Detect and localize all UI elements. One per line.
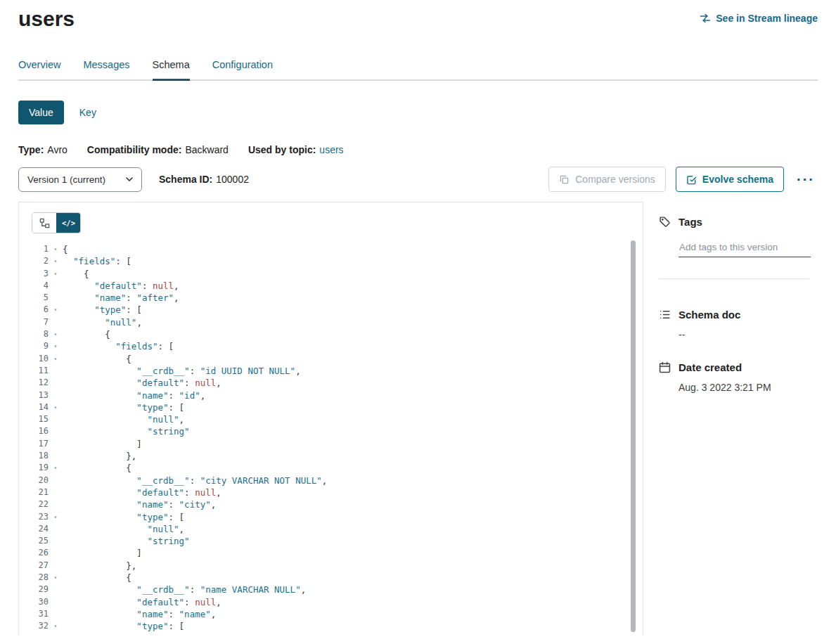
code-text: "__crdb__": "name VARCHAR NULL",: [63, 584, 306, 595]
fold-spacer: [49, 377, 63, 389]
code-text: "string": [63, 425, 190, 437]
more-actions-button[interactable]: ···: [794, 171, 818, 188]
line-number: 31: [19, 608, 49, 620]
code-line: 32▾ "type": [: [19, 620, 643, 632]
schema-page: users See in Stream lineage Overview Mes…: [0, 0, 836, 635]
fold-spacer: [49, 475, 63, 487]
line-number: 19: [19, 462, 49, 474]
line-number: 8: [19, 328, 49, 340]
code-view-icon: </>: [62, 219, 75, 227]
version-select[interactable]: Version 1 (current): [18, 167, 142, 192]
code-text: "string": [63, 535, 190, 547]
code-text: {: [63, 328, 110, 340]
tab-configuration[interactable]: Configuration: [212, 53, 273, 79]
fold-toggle-icon[interactable]: ▾: [49, 304, 63, 316]
compat-mode-value: Backward: [185, 144, 228, 155]
evolve-schema-button[interactable]: Evolve schema: [676, 167, 784, 192]
line-number: 21: [19, 487, 49, 498]
code-line: 22 "name": "city",: [19, 498, 643, 510]
fold-toggle-icon[interactable]: ▾: [49, 243, 63, 255]
fold-spacer: [49, 292, 63, 304]
compare-versions-button[interactable]: Compare versions: [548, 167, 666, 192]
stream-lineage-label: See in Stream lineage: [716, 13, 818, 24]
code-line: 31 "name": "name",: [19, 608, 643, 620]
fold-toggle-icon[interactable]: ▾: [49, 401, 63, 413]
code-line: 19▾ {: [19, 462, 643, 474]
code-text: "null",: [63, 523, 184, 535]
fold-toggle-icon[interactable]: ▾: [49, 462, 63, 474]
schema-code-viewer[interactable]: 1▾{2▾ "fields": [3▾ {4 "default": null,5…: [19, 243, 643, 633]
code-text: },: [63, 560, 136, 572]
value-toggle-button[interactable]: Value: [18, 101, 64, 124]
code-line: 18 },: [19, 450, 643, 462]
stream-lineage-link[interactable]: See in Stream lineage: [700, 13, 818, 24]
code-line: 3▾ {: [19, 268, 643, 280]
fold-spacer: [49, 438, 63, 450]
code-text: "type": [: [63, 304, 142, 316]
fold-spacer: [49, 523, 63, 535]
code-line: 9▾ "fields": [: [19, 340, 643, 352]
code-line: 28▾ {: [19, 572, 643, 584]
code-text: },: [63, 450, 136, 462]
code-line: 30 "default": null,: [19, 596, 643, 608]
line-number: 32: [19, 620, 49, 632]
tree-view-button[interactable]: [32, 213, 56, 233]
line-number: 27: [19, 560, 49, 572]
line-number: 18: [19, 450, 49, 462]
evolve-schema-label: Evolve schema: [702, 174, 773, 185]
doc-list-icon: [659, 309, 671, 321]
code-line: 27 },: [19, 560, 643, 572]
calendar-icon: [659, 361, 671, 373]
code-line: 13 "name": "id",: [19, 389, 643, 401]
code-line: 11 "__crdb__": "id UUID NOT NULL",: [19, 365, 643, 377]
tab-messages[interactable]: Messages: [83, 53, 129, 79]
line-number: 14: [19, 401, 49, 413]
fold-toggle-icon[interactable]: ▾: [49, 511, 63, 523]
code-line: 6▾ "type": [: [19, 304, 643, 316]
fold-toggle-icon[interactable]: ▾: [49, 255, 63, 267]
schema-editor-panel: </> 1▾{2▾ "fields": [3▾ {4 "default": nu…: [18, 202, 643, 635]
code-text: "type": [: [63, 401, 184, 413]
fold-toggle-icon[interactable]: ▾: [49, 340, 63, 352]
code-text: "type": [: [63, 620, 184, 632]
fold-toggle-icon[interactable]: ▾: [49, 268, 63, 280]
fold-toggle-icon[interactable]: ▾: [49, 620, 63, 632]
sidebar-divider: [659, 278, 809, 279]
fold-spacer: [49, 498, 63, 510]
schema-id: Schema ID:100002: [159, 174, 249, 185]
code-text: "default": null,: [63, 377, 221, 389]
code-text: "null",: [63, 316, 142, 328]
code-text: {: [63, 243, 68, 255]
tags-section: Tags: [659, 216, 818, 279]
code-line: 16 "string": [19, 425, 643, 437]
tab-overview[interactable]: Overview: [18, 53, 60, 79]
fold-spacer: [49, 389, 63, 401]
fold-spacer: [49, 280, 63, 292]
line-number: 7: [19, 316, 49, 328]
schema-main: </> 1▾{2▾ "fields": [3▾ {4 "default": nu…: [18, 202, 818, 635]
page-header: users See in Stream lineage: [18, 0, 818, 31]
code-text: "default": null,: [63, 487, 221, 498]
line-number: 23: [19, 511, 49, 523]
code-line: 1▾{: [19, 243, 643, 255]
fold-spacer: [49, 584, 63, 595]
fold-toggle-icon[interactable]: ▾: [49, 353, 63, 365]
line-number: 5: [19, 292, 49, 304]
editor-scrollbar-thumb[interactable]: [631, 240, 636, 632]
fold-spacer: [49, 365, 63, 377]
tab-schema[interactable]: Schema: [153, 53, 190, 79]
schema-type-value: Avro: [47, 144, 67, 155]
fold-toggle-icon[interactable]: ▾: [49, 328, 63, 340]
code-text: {: [63, 462, 131, 474]
key-toggle-button[interactable]: Key: [78, 101, 98, 124]
fold-spacer: [49, 316, 63, 328]
fold-spacer: [49, 413, 63, 425]
code-view-button[interactable]: </>: [56, 213, 80, 233]
code-line: 4 "default": null,: [19, 280, 643, 292]
fold-toggle-icon[interactable]: ▾: [49, 572, 63, 584]
topic-link[interactable]: users: [319, 144, 343, 155]
tags-input[interactable]: [679, 238, 811, 257]
code-text: "fields": [: [63, 340, 174, 352]
used-by-topic: Used by topic:users: [248, 144, 344, 155]
date-created-title: Date created: [679, 361, 742, 373]
